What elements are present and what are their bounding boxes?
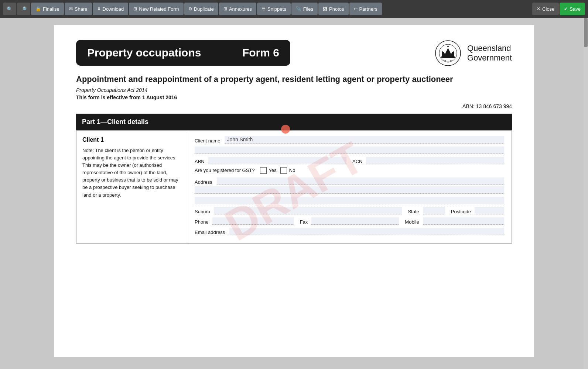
effective-date: This form is effective from 1 August 201…: [76, 94, 512, 100]
email-field[interactable]: [229, 228, 504, 235]
finalise-label: Finalise: [43, 6, 59, 12]
phone-field[interactable]: [212, 217, 294, 225]
gst-yes-checkbox[interactable]: [260, 167, 267, 174]
suburb-state-postcode-row: Suburb State Postcode: [195, 207, 504, 214]
state-field[interactable]: [423, 207, 445, 214]
new-related-form-button[interactable]: ⊞ New Related Form: [129, 3, 183, 15]
abn-number: ABN: 13 846 673 994: [462, 103, 512, 109]
search-button-1[interactable]: 🔍: [3, 3, 16, 15]
fax-field[interactable]: [311, 217, 399, 225]
lock-icon: 🔒: [35, 6, 41, 11]
gst-label: Are you registered for GST?: [195, 168, 255, 173]
partners-button[interactable]: ↩ Partners: [349, 3, 382, 15]
share-button[interactable]: ✉ Share: [65, 3, 92, 15]
fax-field-group: Fax: [300, 217, 399, 225]
photos-button[interactable]: 🖼 Photos: [318, 3, 348, 15]
svg-point-6: [444, 60, 445, 61]
photos-label: Photos: [329, 6, 344, 12]
snippets-button[interactable]: ☰ Snippets: [257, 3, 291, 15]
address-field-2[interactable]: [195, 186, 504, 194]
postcode-field-group: Postcode: [451, 207, 504, 214]
share-label: Share: [75, 6, 88, 12]
address-field-3[interactable]: [195, 197, 504, 204]
svg-point-5: [452, 52, 453, 53]
files-button[interactable]: 📎 Files: [291, 3, 318, 15]
mobile-field[interactable]: [423, 217, 504, 225]
suburb-label: Suburb: [195, 209, 210, 214]
abn-field-group: ABN: [195, 157, 346, 164]
phone-label: Phone: [195, 219, 209, 225]
close-label: Close: [542, 6, 554, 12]
acn-input-field[interactable]: [366, 157, 504, 164]
client-name-field[interactable]: John Smith: [225, 136, 504, 144]
partners-label: Partners: [359, 6, 377, 12]
close-button[interactable]: ✕ Close: [532, 3, 559, 15]
fax-label: Fax: [300, 219, 308, 225]
client-right-column: Client name John Smith ABN ACN: [187, 131, 512, 243]
document: DRAFT Property occupations Form 6: [54, 25, 534, 357]
snippets-icon: ☰: [261, 6, 266, 11]
qld-logo: QueenslandGovernment: [435, 40, 512, 66]
client-name-row: Client name John Smith: [195, 136, 504, 144]
acn-label: ACN: [352, 159, 362, 164]
form-heading: Appointment and reappointment of a prope…: [76, 74, 512, 85]
files-label: Files: [303, 6, 313, 12]
client-left-column: Client 1 Note: The client is the person …: [76, 131, 187, 243]
client1-heading: Client 1: [82, 137, 181, 143]
scrollbar-track[interactable]: [584, 18, 588, 369]
duplicate-icon: ⧉: [189, 6, 192, 11]
act-name: Property Occupations Act 2014: [76, 87, 512, 93]
postcode-label: Postcode: [451, 209, 471, 214]
annexures-label: Annexures: [229, 6, 252, 12]
new-related-label: New Related Form: [139, 6, 179, 12]
grid-icon: ⊞: [133, 6, 137, 11]
suburb-field[interactable]: [214, 207, 402, 214]
download-icon: ⬇: [97, 6, 101, 11]
gst-yes-item: Yes: [260, 167, 277, 174]
state-label: State: [408, 209, 419, 214]
save-icon: ✔: [564, 6, 568, 11]
duplicate-button[interactable]: ⧉ Duplicate: [184, 3, 218, 15]
photos-icon: 🖼: [323, 6, 327, 11]
state-field-group: State: [408, 207, 445, 214]
duplicate-label: Duplicate: [194, 6, 214, 12]
client1-note: Note: The client is the person or entity…: [82, 147, 181, 199]
svg-point-7: [450, 60, 451, 61]
phone-field-group: Phone: [195, 217, 294, 225]
download-label: Download: [103, 6, 124, 12]
download-button[interactable]: ⬇ Download: [93, 3, 129, 15]
page-container: DRAFT Property occupations Form 6: [0, 18, 588, 369]
phone-fax-mobile-row: Phone Fax Mobile: [195, 217, 504, 225]
qld-text: QueenslandGovernment: [467, 44, 512, 63]
partners-icon: ↩: [354, 6, 358, 11]
annexures-button[interactable]: ⊞ Annexures: [219, 3, 256, 15]
abn-acn-row: ABN ACN: [195, 157, 504, 164]
search-button-2[interactable]: 🔎: [17, 3, 30, 15]
gst-no-checkbox[interactable]: [280, 167, 287, 174]
form-title-left: Property occupations: [87, 46, 201, 59]
address-label: Address: [195, 179, 212, 185]
annexures-icon: ⊞: [223, 6, 227, 11]
svg-point-3: [447, 46, 449, 47]
email-label: Email address: [195, 230, 225, 235]
files-icon: 📎: [296, 6, 301, 11]
form-title-right: Form 6: [242, 46, 279, 59]
search-zoom-icon: 🔎: [21, 6, 27, 12]
abn-line: ABN: 13 846 673 994: [76, 103, 512, 109]
part1-header: Part 1—Client details: [76, 114, 512, 130]
no-label: No: [289, 168, 295, 173]
client-section: Client 1 Note: The client is the person …: [76, 130, 512, 244]
postcode-field[interactable]: [475, 207, 504, 214]
mobile-field-group: Mobile: [405, 217, 504, 225]
save-label: Save: [570, 6, 581, 12]
address-field-1[interactable]: [217, 177, 504, 185]
client-name-field-line2[interactable]: [195, 146, 504, 154]
abn-input-field[interactable]: [208, 157, 346, 164]
svg-point-8: [447, 62, 448, 63]
scrollbar-thumb[interactable]: [584, 18, 588, 47]
save-button[interactable]: ✔ Save: [560, 3, 585, 15]
acn-field-group: ACN: [352, 157, 504, 164]
finalise-button[interactable]: 🔒 Finalise: [31, 3, 64, 15]
share-icon: ✉: [69, 6, 73, 11]
snippets-label: Snippets: [267, 6, 286, 12]
